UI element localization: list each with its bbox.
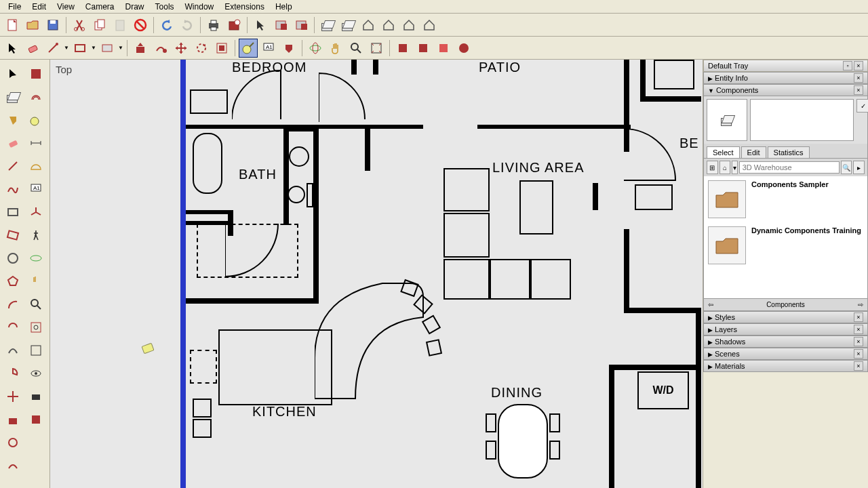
lt-followme[interactable] — [2, 455, 24, 476]
paint-tool-button[interactable] — [279, 39, 298, 58]
prev-icon[interactable]: ⇦ — [708, 301, 713, 308]
home-nav-icon[interactable]: ⌂ — [719, 161, 731, 174]
lt-tape[interactable] — [25, 109, 47, 131]
menu-file[interactable]: File — [3, 1, 26, 13]
lt-select[interactable] — [2, 63, 24, 85]
shape-dropdown-icon[interactable]: ▼ — [118, 45, 123, 51]
panel-entity-info[interactable]: ▶Entity Info × — [703, 72, 868, 84]
new-file-button[interactable] — [3, 16, 22, 35]
next-icon[interactable]: ⇨ — [858, 301, 863, 308]
nav-dropdown-icon[interactable]: ▾ — [732, 161, 738, 174]
lt-camera[interactable] — [25, 386, 47, 407]
lt-scale[interactable] — [25, 63, 47, 85]
lt-rotate[interactable] — [2, 432, 24, 453]
lt-rect[interactable] — [2, 201, 24, 223]
lt-polygon[interactable] — [2, 270, 24, 292]
menu-tools[interactable]: Tools — [150, 1, 180, 13]
warehouse-get-button[interactable] — [318, 16, 337, 35]
components-list[interactable]: Components Sampler Dynamic Components Tr… — [704, 176, 867, 298]
rect-dropdown-icon[interactable]: ▼ — [91, 45, 96, 51]
entity-close-icon[interactable]: × — [854, 73, 863, 83]
pointer-button[interactable] — [251, 16, 270, 35]
lt-component[interactable] — [2, 86, 24, 108]
cancel-button[interactable] — [131, 16, 150, 35]
lt-pan[interactable] — [25, 270, 47, 292]
panel-materials[interactable]: ▶Materials × — [703, 360, 868, 372]
panel-styles[interactable]: ▶Styles × — [703, 311, 868, 323]
list-item[interactable]: Components Sampler — [704, 176, 867, 222]
warehouse-share-button[interactable] — [338, 16, 357, 35]
lt-zoom-window[interactable] — [25, 317, 47, 338]
materials-close-icon[interactable]: × — [854, 361, 863, 371]
panel-layers[interactable]: ▶Layers × — [703, 323, 868, 336]
scenes-close-icon[interactable]: × — [854, 349, 863, 359]
menu-camera[interactable]: Camera — [80, 1, 120, 13]
lt-zoom[interactable] — [25, 293, 47, 315]
lt-dimension[interactable] — [25, 132, 47, 154]
menu-window[interactable]: Window — [180, 1, 220, 13]
menu-view[interactable]: View — [52, 1, 80, 13]
menu-help[interactable]: Help — [270, 1, 298, 13]
component-attrs-button[interactable] — [292, 16, 311, 35]
menu-draw[interactable]: Draw — [120, 1, 150, 13]
tab-select[interactable]: Select — [707, 146, 740, 158]
pan-button[interactable] — [326, 39, 345, 58]
components-close-icon[interactable]: × — [854, 85, 863, 95]
lt-protractor[interactable] — [25, 155, 47, 177]
zoom-button[interactable] — [347, 39, 366, 58]
component-options-button[interactable] — [271, 16, 290, 35]
lt-paint[interactable] — [2, 109, 24, 131]
tray-header[interactable]: Default Tray ▫ × — [703, 60, 868, 72]
panel-shadows[interactable]: ▶Shadows × — [703, 336, 868, 348]
house-extension4-button[interactable] — [420, 16, 439, 35]
house-extension3-button[interactable] — [399, 16, 418, 35]
drawing-canvas[interactable]: Top BEDROOM PATIO — [50, 60, 703, 488]
lt-freehand[interactable] — [2, 178, 24, 200]
lt-text[interactable]: A1 — [25, 178, 47, 200]
panel-scenes[interactable]: ▶Scenes × — [703, 348, 868, 360]
follow-me-button[interactable] — [151, 39, 170, 58]
line-dropdown-icon[interactable]: ▼ — [64, 45, 69, 51]
extension-tool2-button[interactable] — [434, 39, 453, 58]
styles-close-icon[interactable]: × — [854, 312, 863, 322]
select-tool-button[interactable] — [3, 39, 22, 58]
eraser-tool-button[interactable] — [23, 39, 42, 58]
tape-measure-button[interactable] — [239, 39, 258, 58]
zoom-extents-button[interactable] — [367, 39, 386, 58]
lt-rot-rect[interactable] — [2, 224, 24, 246]
house-extension2-button[interactable] — [379, 16, 398, 35]
section-button[interactable] — [393, 39, 412, 58]
lt-pie[interactable] — [2, 363, 24, 384]
menu-extensions[interactable]: Extensions — [219, 1, 270, 13]
lt-section[interactable] — [25, 409, 47, 430]
lt-offset[interactable] — [25, 86, 47, 108]
panel-components[interactable]: ▼Components × — [703, 84, 868, 96]
lt-walk[interactable] — [25, 224, 47, 246]
lt-circle[interactable] — [2, 247, 24, 269]
save-file-button[interactable] — [43, 16, 62, 35]
tray-close-icon[interactable]: × — [854, 61, 863, 70]
rotate-tool-button[interactable] — [192, 39, 211, 58]
layers-close-icon[interactable]: × — [854, 325, 863, 334]
lt-eraser[interactable] — [2, 132, 24, 154]
print-button[interactable] — [204, 16, 223, 35]
redo-button[interactable] — [178, 16, 197, 35]
list-item[interactable]: Dynamic Components Training — [704, 222, 867, 268]
orbit-button[interactable] — [306, 39, 325, 58]
lt-axes[interactable] — [25, 201, 47, 223]
lt-pushpull[interactable] — [2, 409, 24, 430]
lt-arc[interactable] — [2, 293, 24, 315]
extension-tool3-button[interactable] — [454, 39, 473, 58]
shadows-close-icon[interactable]: × — [854, 337, 863, 346]
lt-move[interactable] — [2, 386, 24, 407]
lt-zoom-extents[interactable] — [25, 340, 47, 361]
lt-3pt-arc[interactable] — [2, 340, 24, 361]
tab-statistics[interactable]: Statistics — [768, 146, 810, 158]
model-info-button[interactable] — [224, 16, 243, 35]
cut-button[interactable] — [70, 16, 89, 35]
search-go-icon[interactable]: ▸ — [853, 161, 865, 174]
tab-edit[interactable]: Edit — [741, 146, 766, 158]
paste-button[interactable] — [111, 16, 130, 35]
undo-button[interactable] — [157, 16, 176, 35]
text-tool-button[interactable]: A1 — [259, 39, 278, 58]
